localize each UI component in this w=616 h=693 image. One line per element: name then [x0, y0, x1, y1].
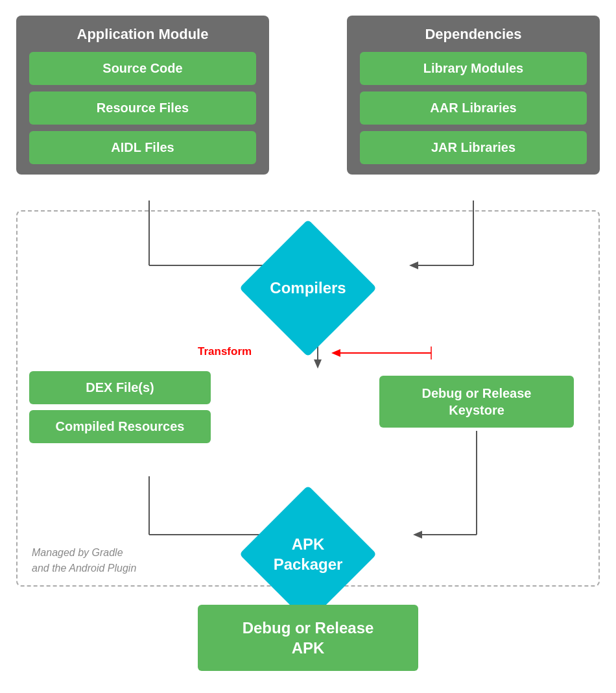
dependencies-box: Dependencies Library Modules AAR Librari… [347, 16, 600, 175]
dex-files-btn: DEX File(s) [29, 371, 211, 404]
jar-libraries-item: JAR Libraries [360, 131, 587, 164]
apk-packager-wrapper: APKPackager [243, 489, 373, 619]
gradle-label: Managed by Gradle and the Android Plugin [32, 545, 136, 576]
compilers-label: Compilers [270, 279, 346, 297]
compiled-resources-btn: Compiled Resources [29, 410, 211, 443]
compilers-diamond-wrapper: Compilers [243, 223, 373, 353]
resource-files-item: Resource Files [29, 91, 256, 125]
keystore-btn: Debug or ReleaseKeystore [379, 376, 574, 428]
transform-label: Transform [198, 345, 252, 358]
dex-files-wrapper: DEX File(s) [29, 371, 211, 404]
aar-libraries-item: AAR Libraries [360, 91, 587, 125]
application-module-box: Application Module Source Code Resource … [16, 16, 269, 175]
library-modules-item: Library Modules [360, 52, 587, 85]
apk-packager-label: APKPackager [274, 534, 343, 574]
compiled-resources-wrapper: Compiled Resources [29, 410, 211, 443]
top-section: Application Module Source Code Resource … [10, 16, 606, 175]
diagram: Application Module Source Code Resource … [10, 9, 606, 684]
output-apk-btn: Debug or ReleaseAPK [198, 605, 418, 671]
app-module-title: Application Module [29, 26, 256, 43]
dependencies-title: Dependencies [360, 26, 587, 43]
source-code-item: Source Code [29, 52, 256, 85]
keystore-wrapper: Debug or ReleaseKeystore [379, 376, 574, 428]
output-apk-wrapper: Debug or ReleaseAPK [198, 605, 418, 671]
aidl-files-item: AIDL Files [29, 131, 256, 164]
